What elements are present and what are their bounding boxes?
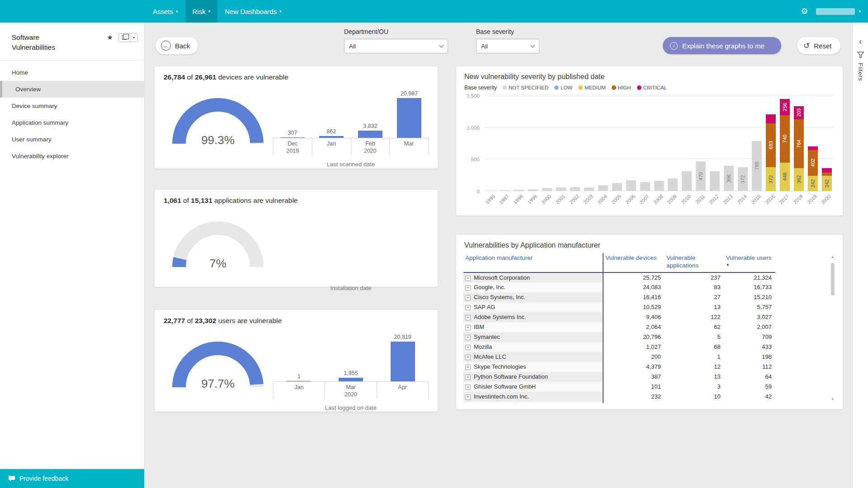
bar-columns: 4703963727863726934487402563627642032424… xyxy=(484,95,834,191)
expand-row-icon[interactable]: + xyxy=(465,355,471,360)
expand-row-icon[interactable]: + xyxy=(465,365,471,370)
manufacturer-name: Ghisler Software GmbH xyxy=(474,383,536,390)
favorite-star-icon[interactable]: ★ xyxy=(104,33,116,42)
application-window: Assets▾Risk▾New Dashboards▾ ⚙ ▾ Software… xyxy=(0,0,868,488)
bar-value-label: 862 xyxy=(327,128,336,135)
expand-row-icon[interactable]: + xyxy=(465,285,471,291)
department-dropdown[interactable]: All xyxy=(344,39,448,53)
expand-row-icon[interactable]: + xyxy=(465,315,471,320)
bar-column: 372693 xyxy=(764,114,778,191)
chevron-down-icon: ▾ xyxy=(208,9,211,14)
scroll-up-icon[interactable]: ▲ xyxy=(831,255,835,259)
value-cell: 1 xyxy=(665,352,724,362)
explain-graphs-button[interactable]: i Explain these graphs to me xyxy=(663,37,781,54)
legend-color-dot xyxy=(612,85,616,90)
sort-descending-icon: ▼ xyxy=(726,263,772,267)
chevron-down-icon: ▾ xyxy=(859,9,861,14)
expand-row-icon[interactable]: + xyxy=(465,335,471,340)
x-axis-label: 2018 xyxy=(792,191,806,207)
bar-category-label: Apr xyxy=(377,382,429,399)
bar-segment: 786 xyxy=(752,141,762,191)
sidebar-item-device-summary[interactable]: Device summary xyxy=(0,98,144,114)
bar-segment: 764 xyxy=(794,119,804,168)
x-axis-label: 2010 xyxy=(680,191,694,207)
expand-row-icon[interactable]: + xyxy=(465,385,471,390)
sidebar-item-application-summary[interactable]: Application summary xyxy=(0,114,144,131)
bar-column: 862 xyxy=(312,128,351,138)
bar xyxy=(391,342,415,381)
manufacturer-cell: +Symantec xyxy=(463,332,603,342)
column-header[interactable]: Vulnerable devices xyxy=(603,253,665,272)
stacked-bar: 372 xyxy=(738,167,748,191)
sidebar-item-user-summary[interactable]: User summary xyxy=(0,131,144,148)
value-cell: 10,529 xyxy=(603,302,665,312)
severity-dropdown-value: All xyxy=(481,43,488,50)
table-row[interactable]: +Symantec20,7965709 xyxy=(463,332,775,342)
top-navigation-bar: Assets▾Risk▾New Dashboards▾ ⚙ ▾ xyxy=(0,0,868,23)
legend-item: CRITICAL xyxy=(637,85,667,90)
table-row[interactable]: +Cisco Systems, Inc.16,4162715,210 xyxy=(463,292,775,302)
severity-dropdown[interactable]: All xyxy=(476,39,539,53)
value-cell: 41 xyxy=(724,402,775,403)
table-row[interactable]: +SAP AG10,529135,757 xyxy=(463,302,775,312)
column-header[interactable]: Vulnerable applications xyxy=(665,253,724,272)
column-header[interactable]: Vulnerable users▼ xyxy=(724,253,775,272)
table-row[interactable]: +Google, Inc.24,0838316,733 xyxy=(463,282,775,292)
table-row[interactable]: +Mozilla1,02768433 xyxy=(463,342,775,352)
value-cell: 709 xyxy=(724,332,775,342)
table-row[interactable]: +Opera Software691541 xyxy=(463,402,775,403)
table-row[interactable]: +Investintech.com Inc.2321042 xyxy=(463,392,775,402)
table-row[interactable]: +Adobe Systems Inc.9,4061223,027 xyxy=(463,312,775,322)
chevron-down-icon[interactable]: ▾ xyxy=(130,33,137,42)
table-row[interactable]: +Ghisler Software GmbH101359 xyxy=(463,382,775,392)
bar-segment xyxy=(822,168,832,173)
menu-assets[interactable]: Assets▾ xyxy=(146,0,185,23)
table-scrollbar[interactable]: ▲ ▼ xyxy=(830,255,835,401)
back-button[interactable]: ← Back xyxy=(156,37,198,54)
provide-feedback-button[interactable]: Provide feedback xyxy=(0,469,144,488)
expand-row-icon[interactable]: + xyxy=(465,305,471,310)
filter-funnel-icon[interactable] xyxy=(857,52,864,58)
mini-bar-categories: Dec2019JanFeb2020Mar xyxy=(273,138,429,155)
expand-row-icon[interactable]: + xyxy=(465,325,471,330)
expand-row-icon[interactable]: + xyxy=(465,276,471,281)
x-axis-label: 2002 xyxy=(568,191,582,207)
x-axis-label: 2016 xyxy=(764,191,778,207)
column-header[interactable]: Application manufacturer xyxy=(463,253,603,272)
expand-row-icon[interactable]: + xyxy=(465,345,471,350)
stacked-bar: 396 xyxy=(724,166,734,191)
table-row[interactable]: +Microsoft Corporation25,72523721,324 xyxy=(463,272,775,282)
scroll-down-icon[interactable]: ▼ xyxy=(831,397,835,401)
expand-row-icon[interactable]: + xyxy=(465,394,471,400)
menu-new-dashboards[interactable]: New Dashboards▾ xyxy=(217,0,289,23)
sidebar-item-overview[interactable]: Overview xyxy=(0,81,144,98)
table-row[interactable]: +Skype Technologies4,37912112 xyxy=(463,362,775,372)
reset-button[interactable]: ↺ Reset xyxy=(797,37,840,54)
devices-trend-chart: 3078623,83220,987Dec2019JanFeb2020Mar xyxy=(273,89,429,155)
copy-icon[interactable] xyxy=(119,33,130,42)
stacked-bar xyxy=(570,187,580,191)
sidebar-item-home[interactable]: Home xyxy=(0,64,144,81)
bar xyxy=(358,131,382,138)
table-row[interactable]: +IBM2,064622,007 xyxy=(463,322,775,332)
scrollbar-thumb[interactable] xyxy=(831,263,835,296)
bar-segment: 402 xyxy=(808,150,818,176)
menu-risk[interactable]: Risk▾ xyxy=(185,0,218,23)
x-axis-label: 1998 xyxy=(512,191,526,207)
sidebar-item-vulnerability-explorer[interactable]: Vulnerability explorer xyxy=(0,148,144,164)
expand-row-icon[interactable]: + xyxy=(465,295,471,300)
value-cell: 198 xyxy=(724,352,775,362)
table-row[interactable]: +McAfee LLC2001198 xyxy=(463,352,775,362)
bar-segment xyxy=(556,188,566,192)
expand-panel-chevron-icon[interactable]: ‹ xyxy=(859,38,862,44)
expand-row-icon[interactable]: + xyxy=(465,375,471,380)
undo-icon: ↺ xyxy=(803,41,810,51)
bar-segment: 448 xyxy=(780,163,790,191)
bar-segment xyxy=(542,188,552,191)
settings-gear-icon[interactable]: ⚙ xyxy=(801,6,808,16)
table-row[interactable]: +Python Software Foundation3871364 xyxy=(463,372,775,382)
user-menu[interactable]: ▾ xyxy=(816,8,861,15)
severity-by-date-card: New vulnerability severity by published … xyxy=(456,66,843,216)
mini-bar-chart: 3078623,83220,987 xyxy=(273,89,429,138)
bar-column: 242 xyxy=(820,168,834,191)
